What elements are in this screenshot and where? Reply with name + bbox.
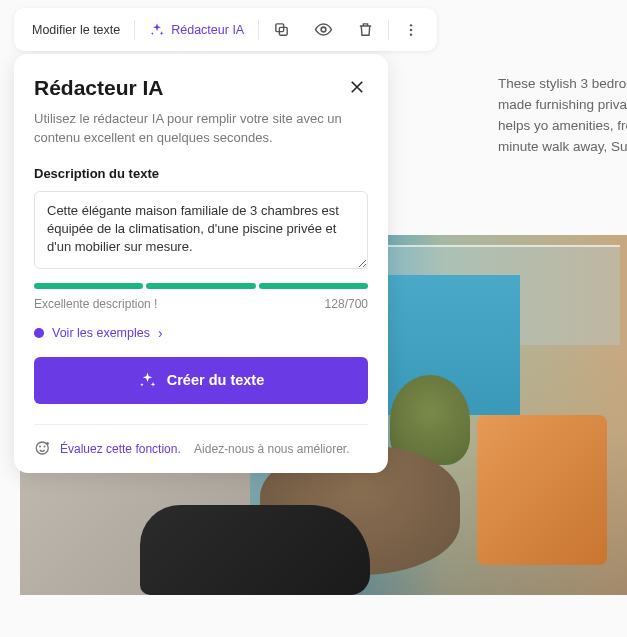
svg-point-2 [321,27,326,32]
create-button-label: Créer du texte [167,372,265,388]
svg-point-3 [410,24,412,26]
svg-point-4 [410,28,412,30]
close-icon [348,78,366,96]
panel-subtitle: Utilisez le rédacteur IA pour remplir vo… [34,110,368,148]
delete-button[interactable] [347,15,384,44]
eye-icon [314,20,333,39]
sparkles-icon [138,371,157,390]
quality-label: Excellente description ! [34,297,157,311]
divider [134,20,135,40]
panel-footer: Évaluez cette fonction. Aidez-nous à nou… [34,424,368,457]
panel-title: Rédacteur IA [34,76,164,100]
divider [258,20,259,40]
svg-point-8 [44,446,45,447]
divider [388,20,389,40]
smiley-plus-icon [34,439,52,457]
svg-point-7 [40,446,41,447]
chevron-right-icon: › [158,325,163,341]
preview-button[interactable] [304,14,343,45]
ai-writer-label: Rédacteur IA [171,23,244,37]
evaluate-link[interactable]: Évaluez cette fonction. [60,442,181,456]
ai-writer-panel: Rédacteur IA Utilisez le rédacteur IA po… [14,54,388,473]
modify-text-button[interactable]: Modifier le texte [22,17,130,43]
evaluate-trailing: Aidez-nous à nous améliorer. [194,442,349,456]
examples-label: Voir les exemples [52,326,150,340]
text-toolbar: Modifier le texte Rédacteur IA [14,8,437,51]
description-textarea[interactable] [34,191,368,269]
more-button[interactable] [393,16,429,44]
dots-vertical-icon [403,22,419,38]
copy-icon [273,21,290,38]
see-examples-link[interactable]: Voir les exemples › [34,325,368,341]
copy-button[interactable] [263,15,300,44]
trash-icon [357,21,374,38]
close-button[interactable] [346,76,368,102]
create-text-button[interactable]: Créer du texte [34,357,368,404]
background-paragraph: These stylish 3 bedroom custom-made furn… [498,74,627,158]
lightbulb-icon [34,328,44,338]
char-count: 128/700 [325,297,368,311]
quality-meter [34,283,368,289]
sparkles-icon [149,22,165,38]
ai-writer-button[interactable]: Rédacteur IA [139,16,254,44]
svg-point-5 [410,33,412,35]
description-label: Description du texte [34,166,368,181]
